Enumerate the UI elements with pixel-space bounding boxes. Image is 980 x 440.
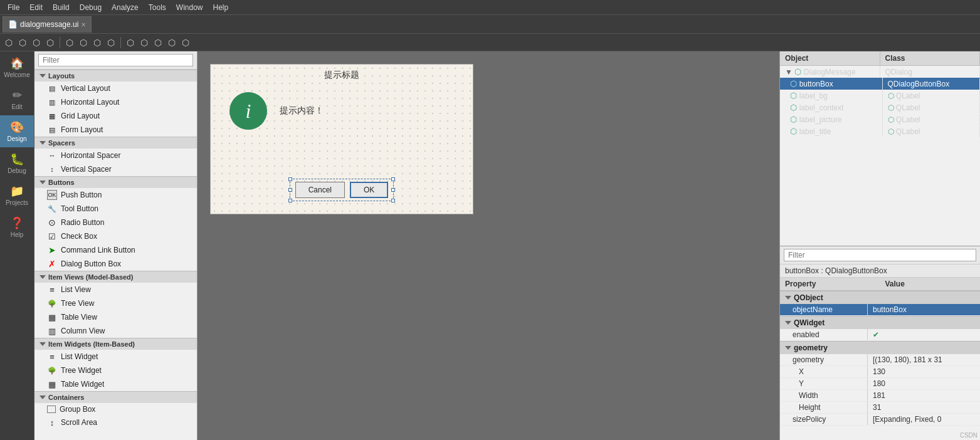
prop-row-enabled[interactable]: enabled ✔ <box>780 329 980 341</box>
prop-width-label: Width <box>780 390 868 401</box>
widget-grid-layout[interactable]: ▦ Grid Layout <box>34 109 197 123</box>
category-containers[interactable]: Containers <box>34 391 197 403</box>
menu-debug[interactable]: Debug <box>75 2 107 13</box>
widget-radio-button[interactable]: ⊙ Radio Button <box>34 216 197 229</box>
property-selected-label: buttonBox : QDialogButtonBox <box>780 265 980 278</box>
category-containers-label: Containers <box>48 394 84 401</box>
toolbar-btn-2[interactable]: ⬡ <box>16 36 29 49</box>
menu-analyze[interactable]: Analyze <box>107 2 144 13</box>
menu-file[interactable]: File <box>3 2 24 13</box>
widget-group-box[interactable]: Group Box <box>34 403 197 416</box>
prop-row-width[interactable]: Width 181 <box>780 390 980 402</box>
widget-vertical-layout[interactable]: ▤ Vertical Layout <box>34 81 197 95</box>
prop-height-value[interactable]: 31 <box>868 402 980 413</box>
prop-row-sizepolicy[interactable]: sizePolicy [Expanding, Fixed, 0 <box>780 414 980 426</box>
widget-scroll-area[interactable]: ↕ Scroll Area <box>34 416 197 429</box>
object-row-label-bg[interactable]: ⬡ label_bg ⬡ QLabel <box>780 90 980 102</box>
handle-ml <box>288 188 292 192</box>
object-row-dialog[interactable]: ▼ ⬡ DialogMessage QDialog <box>780 66 980 78</box>
toolbar-btn-1[interactable]: ⬡ <box>3 36 15 49</box>
widget-table-widget[interactable]: ▦ Table Widget <box>34 377 197 391</box>
category-item-widgets[interactable]: Item Widgets (Item-Based) <box>34 338 197 350</box>
toolbar-btn-3[interactable]: ⬡ <box>30 36 43 49</box>
widget-table-view[interactable]: ▦ Table View <box>34 310 197 324</box>
qwidget-collapse-icon <box>785 321 791 325</box>
category-buttons[interactable]: Buttons <box>34 176 197 188</box>
cancel-button[interactable]: Cancel <box>295 182 345 198</box>
category-spacers[interactable]: Spacers <box>34 137 197 149</box>
widget-horizontal-layout-label: Horizontal Layout <box>61 98 119 107</box>
object-header-class: Class <box>880 51 981 65</box>
widget-tool-button[interactable]: 🔧 Tool Button <box>34 202 197 216</box>
widget-vertical-spacer[interactable]: ↕ Vertical Spacer <box>34 162 197 176</box>
prop-row-geometry[interactable]: geometry [(130, 180), 181 x 31 <box>780 354 980 366</box>
tab-close-icon[interactable]: ✕ <box>81 21 86 28</box>
sidebar-item-edit[interactable]: ✏ Edit <box>0 83 34 115</box>
button-box-selected[interactable]: Cancel OK <box>290 179 394 201</box>
menu-window[interactable]: Window <box>171 2 208 13</box>
menu-build[interactable]: Build <box>48 2 75 13</box>
toolbar-btn-12[interactable]: ⬡ <box>166 36 178 49</box>
toolbar-btn-8[interactable]: ⬡ <box>105 36 117 49</box>
prop-category-qwidget[interactable]: QWidget <box>780 316 980 329</box>
prop-row-height[interactable]: Height 31 <box>780 402 980 414</box>
object-row-label-context[interactable]: ⬡ label_context ⬡ QLabel <box>780 102 980 113</box>
widget-horizontal-layout[interactable]: ▥ Horizontal Layout <box>34 95 197 109</box>
object-row-label-picture[interactable]: ⬡ label_picture ⬡ QLabel <box>780 113 980 125</box>
dialog-canvas[interactable]: 提示标题 i 提示内容！ Cancel OK <box>210 64 473 214</box>
category-layouts[interactable]: Layouts <box>34 70 197 81</box>
menu-edit[interactable]: Edit <box>24 2 48 13</box>
widget-dialog-button-box[interactable]: ✗ Dialog Button Box <box>34 257 197 271</box>
property-filter-input[interactable] <box>784 249 976 261</box>
widget-list-view[interactable]: ≡ List View <box>34 283 197 296</box>
label-context-icon: ⬡ <box>790 103 799 112</box>
widget-tree-view[interactable]: 🌳 Tree View <box>34 296 197 310</box>
prop-row-x[interactable]: X 130 <box>780 366 980 378</box>
tab-dialog[interactable]: 📄 dialogmessage.ui ✕ <box>3 16 92 33</box>
category-item-views[interactable]: Item Views (Model-Based) <box>34 271 197 283</box>
grid-layout-icon: ▦ <box>47 111 57 121</box>
menu-help[interactable]: Help <box>208 2 234 13</box>
filter-input[interactable] <box>38 54 193 66</box>
widget-horizontal-spacer[interactable]: ↔ Horizontal Spacer <box>34 149 197 162</box>
sidebar-item-welcome[interactable]: 🏠 Welcome <box>0 51 34 83</box>
toolbar-btn-11[interactable]: ⬡ <box>152 36 164 49</box>
widget-list-widget[interactable]: ≡ List Widget <box>34 350 197 364</box>
prop-row-y[interactable]: Y 180 <box>780 378 980 390</box>
prop-category-qobject[interactable]: QObject <box>780 291 980 304</box>
sidebar-item-projects[interactable]: 📁 Projects <box>0 179 34 211</box>
widget-list: Layouts ▤ Vertical Layout ▥ Horizontal L… <box>34 70 197 440</box>
watermark: CSDN <box>960 432 977 439</box>
sidebar-debug-label: Debug <box>8 167 26 174</box>
widget-column-view[interactable]: ▥ Column View <box>34 324 197 338</box>
prop-width-value[interactable]: 181 <box>868 390 980 401</box>
widget-tree-widget[interactable]: 🌳 Tree Widget <box>34 364 197 377</box>
prop-objectname-value[interactable]: buttonBox <box>868 304 980 315</box>
toolbar-btn-6[interactable]: ⬡ <box>77 36 90 49</box>
prop-y-value[interactable]: 180 <box>868 378 980 389</box>
widget-check-box[interactable]: ☑ Check Box <box>34 229 197 243</box>
toolbar-btn-9[interactable]: ⬡ <box>124 36 137 49</box>
widget-push-button[interactable]: OK Push Button <box>34 188 197 202</box>
menu-tools[interactable]: Tools <box>144 2 171 13</box>
toolbar-btn-7[interactable]: ⬡ <box>91 36 103 49</box>
object-class-buttonbox: QDialogButtonBox <box>883 78 981 90</box>
object-row-buttonbox[interactable]: ⬡ buttonBox QDialogButtonBox <box>780 78 980 90</box>
ok-button[interactable]: OK <box>350 182 388 198</box>
main-area: 🏠 Welcome ✏ Edit 🎨 Design 🐛 Debug 📁 Proj… <box>0 51 980 440</box>
sidebar-item-design[interactable]: 🎨 Design <box>0 115 34 147</box>
toolbar-btn-5[interactable]: ⬡ <box>63 36 76 49</box>
widget-command-link-button[interactable]: ➤ Command Link Button <box>34 243 197 257</box>
prop-category-geometry[interactable]: geometry <box>780 341 980 354</box>
prop-enabled-value[interactable]: ✔ <box>868 329 980 340</box>
toolbar-btn-13[interactable]: ⬡ <box>179 36 192 49</box>
prop-row-objectname[interactable]: objectName buttonBox <box>780 304 980 316</box>
widget-form-layout[interactable]: ▤ Form Layout <box>34 123 197 137</box>
toolbar-btn-4[interactable]: ⬡ <box>44 36 56 49</box>
toolbar-btn-10[interactable]: ⬡ <box>138 36 150 49</box>
sidebar-item-debug[interactable]: 🐛 Debug <box>0 147 34 179</box>
widget-dialog-button-box-label: Dialog Button Box <box>61 259 121 268</box>
object-row-label-title[interactable]: ⬡ label_title ⬡ QLabel <box>780 125 980 137</box>
sidebar-item-help[interactable]: ❓ Help <box>0 211 34 243</box>
prop-x-value[interactable]: 130 <box>868 366 980 377</box>
